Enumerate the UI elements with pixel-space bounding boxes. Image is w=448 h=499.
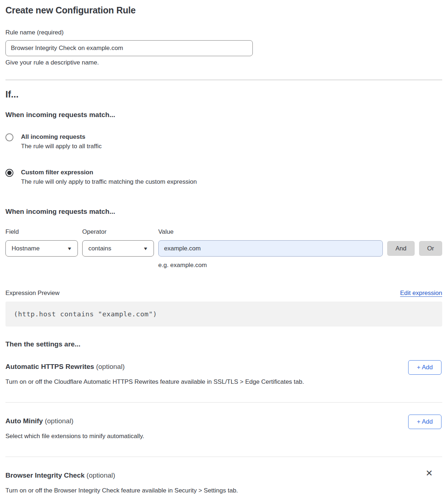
operator-column: Operator contains ▼ <box>82 228 154 257</box>
section-divider <box>5 80 442 80</box>
rule-name-label: Rule name (required) <box>5 29 442 36</box>
setting-description: Select which file extensions to minify a… <box>5 432 442 441</box>
field-column: Field Hostname ▼ <box>5 228 78 257</box>
radio-selected-icon[interactable] <box>5 169 13 177</box>
expression-preview-code: (http.host contains "example.com") <box>5 302 442 327</box>
field-select-value: Hostname <box>12 245 39 252</box>
builder-heading: When incoming requests match... <box>5 208 442 216</box>
setting-row-auto-minify: Auto Minify (optional) Select which file… <box>5 403 442 457</box>
rule-name-help: Give your rule a descriptive name. <box>5 59 442 66</box>
radio-description: The rule will only apply to traffic matc… <box>21 177 197 187</box>
radio-option-custom-filter-expression[interactable]: Custom filter expression The rule will o… <box>5 169 442 187</box>
setting-description: Turn on or off the Browser Integrity Che… <box>5 486 442 495</box>
page-title: Create new Configuration Rule <box>5 5 442 16</box>
value-input[interactable] <box>158 240 383 257</box>
setting-name: Automatic HTTPS Rewrites <box>5 363 94 370</box>
setting-optional-tag: (optional) <box>45 417 74 425</box>
setting-description: Turn on or off the Cloudflare Automatic … <box>5 378 442 386</box>
setting-name: Auto Minify <box>5 417 43 425</box>
operator-select-value: contains <box>88 245 111 252</box>
rule-name-section: Rule name (required) Give your rule a de… <box>5 29 442 66</box>
match-options-group: All incoming requests The rule will appl… <box>5 133 442 187</box>
expression-preview-label: Expression Preview <box>5 290 59 297</box>
setting-row-automatic-https-rewrites: Automatic HTTPS Rewrites (optional) Turn… <box>5 348 442 402</box>
add-automatic-https-rewrites-button[interactable]: + Add <box>408 360 441 375</box>
expression-preview-header: Expression Preview Edit expression <box>5 290 442 297</box>
radio-label: Custom filter expression <box>21 169 197 177</box>
radio-unselected-icon[interactable] <box>5 133 13 141</box>
expression-builder-row: Field Hostname ▼ Operator contains ▼ Val… <box>5 228 442 257</box>
match-heading: When incoming requests match... <box>5 111 442 119</box>
then-heading: Then the settings are... <box>5 340 442 348</box>
setting-name: Browser Integrity Check <box>5 471 85 479</box>
radio-description: The rule will apply to all traffic <box>21 141 102 151</box>
if-heading: If... <box>5 89 442 100</box>
radio-option-all-incoming-requests[interactable]: All incoming requests The rule will appl… <box>5 133 442 151</box>
setting-row-browser-integrity-check: Browser Integrity Check (optional) Turn … <box>5 457 442 499</box>
rule-name-input[interactable] <box>5 40 253 56</box>
chevron-down-icon: ▼ <box>67 246 72 251</box>
value-help-text: e.g. example.com <box>158 262 383 269</box>
add-auto-minify-button[interactable]: + Add <box>408 415 441 429</box>
edit-expression-link[interactable]: Edit expression <box>400 290 442 297</box>
value-label: Value <box>158 228 383 236</box>
field-select[interactable]: Hostname ▼ <box>5 240 78 257</box>
or-button[interactable]: Or <box>419 241 442 256</box>
close-icon[interactable]: ✕ <box>426 469 433 478</box>
operator-label: Operator <box>82 228 154 236</box>
radio-label: All incoming requests <box>21 133 102 141</box>
operator-select[interactable]: contains ▼ <box>82 240 154 257</box>
setting-optional-tag: (optional) <box>87 471 115 479</box>
field-label: Field <box>5 228 78 236</box>
setting-optional-tag: (optional) <box>96 363 125 370</box>
and-button[interactable]: And <box>387 241 415 256</box>
value-column: Value <box>158 228 383 257</box>
create-configuration-rule-page: Create new Configuration Rule Rule name … <box>0 0 448 499</box>
chevron-down-icon: ▼ <box>143 246 148 251</box>
